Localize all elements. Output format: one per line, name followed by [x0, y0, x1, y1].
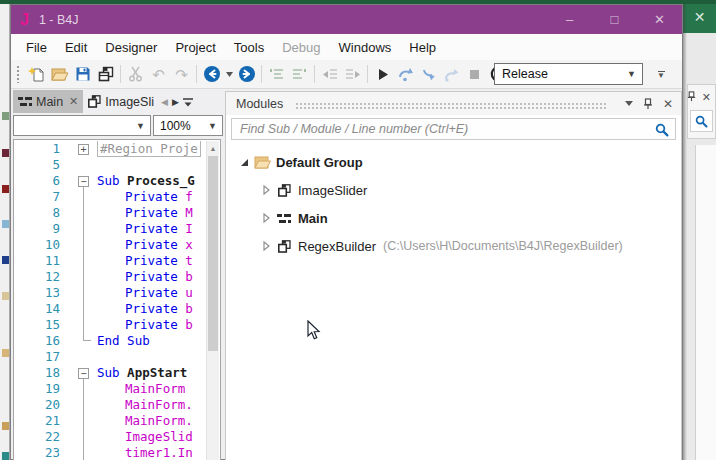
menu-tools[interactable]: Tools — [225, 34, 273, 60]
fold-guide-end — [83, 340, 91, 341]
window-list-icon[interactable] — [183, 93, 193, 111]
step-into-button[interactable] — [417, 63, 440, 86]
menu-help[interactable]: Help — [400, 34, 445, 60]
scroll-tabs-left-icon[interactable]: ◀ — [161, 97, 168, 107]
close-panel-icon[interactable]: ✕ — [663, 97, 673, 111]
menu-designer[interactable]: Designer — [96, 34, 166, 60]
toolbar-options-button[interactable]: ▼ — [653, 65, 669, 83]
new-project-button[interactable] — [25, 63, 48, 86]
panel-drag-texture — [295, 102, 606, 110]
menu-project[interactable]: Project — [166, 34, 224, 60]
scroll-tabs-right-icon[interactable]: ▶ — [172, 97, 179, 107]
menu-file[interactable]: File — [17, 34, 56, 60]
close-button[interactable]: ✕ — [637, 5, 682, 34]
line-number: 13 — [14, 285, 60, 301]
module-search-input[interactable] — [232, 119, 675, 139]
step-into-icon — [420, 67, 437, 82]
run-icon — [377, 68, 389, 81]
code-line[interactable]: 20MainForm. — [14, 397, 206, 413]
tab-label: ImageSli — [105, 95, 154, 109]
expand-toggle[interactable] — [258, 185, 274, 195]
maximize-button[interactable]: □ — [592, 5, 637, 34]
code-line[interactable]: 16End Sub — [14, 333, 206, 349]
pin-icon[interactable] — [642, 98, 654, 110]
code-line[interactable]: 6−Sub Process_G — [14, 173, 206, 189]
panel-menu-icon[interactable] — [625, 101, 633, 106]
code-line[interactable]: 22ImageSlid — [14, 429, 206, 445]
code-line[interactable]: 10Private x — [14, 237, 206, 253]
code-text: Private I — [125, 221, 193, 237]
tree-item-imageslider[interactable]: ImageSlider — [226, 176, 681, 204]
pin-icon[interactable] — [686, 91, 697, 104]
code-line[interactable]: 9Private I — [14, 221, 206, 237]
modules-panel-header[interactable]: Modules ✕ — [226, 92, 681, 115]
search-icon[interactable] — [655, 123, 669, 141]
back-arrow-icon — [203, 65, 221, 83]
code-text: Sub Process_G — [97, 173, 195, 189]
collapse-toggle[interactable] — [236, 158, 252, 167]
code-editor[interactable]: 1+#Region Proje56−Sub Process_G7Private … — [13, 139, 221, 460]
code-line[interactable]: 7Private f — [14, 189, 206, 205]
member-select[interactable]: ▼ — [13, 115, 151, 136]
save-all-button[interactable] — [71, 63, 94, 86]
code-line[interactable]: 14Private b — [14, 301, 206, 317]
open-project-button[interactable] — [48, 63, 71, 86]
navigate-back-button[interactable] — [200, 63, 223, 86]
fold-collapse-icon[interactable]: − — [78, 176, 89, 187]
expand-toggle[interactable] — [258, 213, 274, 223]
scroll-up-icon[interactable]: ▲ — [207, 141, 219, 155]
background-close-icon[interactable]: ✕ — [694, 9, 706, 25]
tree-item-regexbuilder[interactable]: RegexBuilder(C:\Users\H\Documents\B4J\Re… — [226, 232, 681, 260]
code-line[interactable]: 5 — [14, 157, 206, 173]
module-browser-button[interactable] — [94, 63, 117, 86]
expand-toggle[interactable] — [258, 241, 274, 251]
shift-right-button — [341, 63, 364, 86]
fold-collapse-icon[interactable]: − — [78, 368, 89, 379]
code-line[interactable]: 23timer1.In — [14, 445, 206, 460]
menu-edit[interactable]: Edit — [56, 34, 96, 60]
scrollbar-thumb[interactable] — [208, 156, 218, 351]
navigate-forward-button[interactable] — [235, 63, 258, 86]
code-line[interactable]: 17 — [14, 349, 206, 365]
code-line[interactable]: 11Private t — [14, 253, 206, 269]
code-line[interactable]: 21MainForm. — [14, 413, 206, 429]
minimize-button[interactable]: – — [547, 5, 592, 34]
module-search-box — [231, 118, 676, 140]
chevron-down-icon: ▼ — [136, 121, 145, 131]
line-number: 20 — [14, 397, 60, 413]
code-line[interactable]: 13Private u — [14, 285, 206, 301]
close-tab-icon[interactable]: ✕ — [69, 95, 78, 108]
code-text: Private b — [125, 317, 193, 333]
background-search-box[interactable] — [690, 110, 713, 132]
tree-item-main[interactable]: Main — [226, 204, 681, 232]
line-number: 12 — [14, 269, 60, 285]
code-line[interactable]: 1+#Region Proje — [14, 141, 206, 157]
tree-item-label: Main — [298, 211, 328, 226]
code-line[interactable]: 15Private b — [14, 317, 206, 333]
close-icon[interactable]: ✕ — [702, 91, 711, 104]
redo-icon: ↷ — [175, 67, 188, 82]
tree-item-default-group[interactable]: Default Group — [226, 148, 681, 176]
build-configuration-select[interactable]: Release ▼ — [494, 63, 643, 85]
tab-imageslider[interactable]: ImageSli — [83, 90, 159, 113]
code-line[interactable]: 18−Sub AppStart — [14, 365, 206, 381]
fold-expand-icon[interactable]: + — [78, 144, 89, 155]
zoom-select[interactable]: 100% ▼ — [153, 115, 223, 136]
run-button[interactable] — [371, 63, 394, 86]
menu-windows[interactable]: Windows — [330, 34, 401, 60]
code-line[interactable]: 19MainForm — [14, 381, 206, 397]
titlebar[interactable]: J 1 - B4J – □ ✕ — [11, 5, 682, 34]
uncomment-code-button — [288, 63, 311, 86]
background-docked-panel: ✕ — [687, 84, 716, 139]
toolbar-grip[interactable] — [16, 65, 21, 83]
line-number: 7 — [14, 189, 60, 205]
folder-icon — [252, 156, 272, 169]
code-line[interactable]: 12Private b — [14, 269, 206, 285]
step-over-button[interactable] — [394, 63, 417, 86]
navigate-back-dropdown[interactable] — [223, 63, 235, 86]
editor-scrollbar[interactable]: ▲ — [206, 141, 219, 460]
code-line[interactable]: 8Private M — [14, 205, 206, 221]
tree-item-label: RegexBuilder — [298, 239, 376, 254]
tab-main[interactable]: Main ✕ — [13, 90, 83, 113]
chevron-down-icon: ▼ — [657, 74, 665, 78]
